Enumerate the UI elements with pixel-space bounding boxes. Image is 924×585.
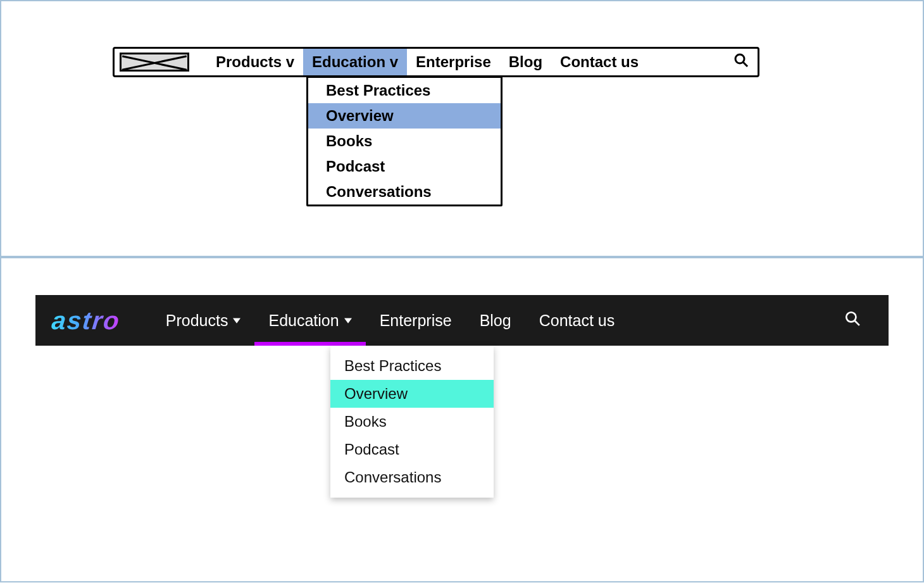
dropdown-item-books[interactable]: Books [308,129,501,154]
education-dropdown: Best Practices Overview Books Podcast Co… [306,76,503,206]
mockup-navbar: astro Products Education Enterprise Blog… [35,295,889,346]
search-button[interactable] [725,53,758,72]
astro-logo: astro [51,306,122,335]
dropdown-item-podcast[interactable]: Podcast [330,436,494,463]
svg-point-4 [846,312,856,322]
chevron-down-icon [233,317,240,324]
wireframe-panel: Products v Education v Enterprise Blog C… [0,0,924,257]
chevron-down-icon [344,317,352,324]
nav-item-enterprise[interactable]: Enterprise [407,49,500,75]
dropdown-item-books[interactable]: Books [330,408,494,436]
search-icon [844,310,861,330]
dropdown-item-conversations[interactable]: Conversations [308,179,501,204]
nav-label: Contact us [539,311,615,330]
wireframe-navbar: Products v Education v Enterprise Blog C… [113,47,759,77]
education-dropdown: Best Practices Overview Books Podcast Co… [330,346,494,498]
svg-marker-3 [344,318,352,323]
nav-item-education[interactable]: Education [254,295,365,346]
logo-placeholder-icon [120,53,189,72]
search-icon [734,53,749,72]
dropdown-item-overview[interactable]: Overview [330,380,494,408]
nav-item-blog[interactable]: Blog [500,49,551,75]
nav-label: Products [166,311,228,330]
dropdown-item-overview[interactable]: Overview [308,103,501,129]
nav-item-blog[interactable]: Blog [466,295,525,346]
nav-label: Blog [480,311,511,330]
dropdown-item-conversations[interactable]: Conversations [330,463,494,491]
nav-item-products[interactable]: Products [152,295,255,346]
nav-label: Enterprise [380,311,452,330]
nav-item-products[interactable]: Products v [207,49,303,75]
nav-item-contact[interactable]: Contact us [551,49,647,75]
dropdown-item-podcast[interactable]: Podcast [308,154,501,179]
dropdown-item-best-practices[interactable]: Best Practices [330,352,494,380]
svg-line-5 [854,320,859,325]
nav-item-contact[interactable]: Contact us [525,295,629,346]
svg-line-1 [743,62,747,66]
nav-item-enterprise[interactable]: Enterprise [366,295,466,346]
nav-label: Education [268,311,339,330]
nav-item-education[interactable]: Education v [303,49,407,75]
dropdown-item-best-practices[interactable]: Best Practices [308,78,501,103]
svg-marker-2 [233,318,240,323]
svg-point-0 [735,54,744,63]
mockup-panel: astro Products Education Enterprise Blog… [0,257,924,582]
search-button[interactable] [832,310,889,330]
